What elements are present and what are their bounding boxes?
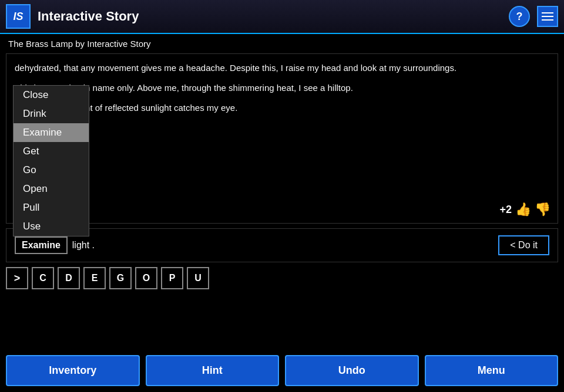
thumbs-up-icon[interactable]: 👍 [515,202,531,217]
app-logo: IS [6,4,31,29]
menu-item-open[interactable]: Open [14,180,89,198]
story-paragraph-2: This is an oasis - in name only. Above m… [15,81,549,95]
menu-item-examine[interactable]: Examine [14,123,89,142]
context-menu: CloseDrinkExamineGetGoOpenPullUse [13,85,89,236]
rating-bar: +2 👍 👎 [499,202,550,217]
story-paragraph-1: dehydrated, that any movement gives me a… [15,61,549,75]
app-title: Interactive Story [38,9,502,24]
letter-btn-o[interactable]: O [135,267,157,289]
menu-item-pull[interactable]: Pull [14,198,89,217]
rating-score: +2 [499,204,512,216]
do-it-button[interactable]: < Do it [498,235,549,255]
letter-btn-g[interactable]: G [109,267,132,289]
subtitle: The Brass Lamp by Interactive Story [0,34,564,53]
story-paragraph-3: On the hilltop a glint of reflected sunl… [15,101,549,115]
menu-line-2 [542,16,553,17]
app-header: IS Interactive Story ? [0,0,564,34]
letter-btn-u[interactable]: U [187,267,209,289]
command-verb: Examine [15,236,68,254]
letter-btn-e[interactable]: E [83,267,106,289]
command-object: light . [72,240,494,251]
undo-button[interactable]: Undo [285,355,419,386]
header-menu-button[interactable] [537,6,558,27]
arrow-button[interactable]: > [6,267,28,289]
inventory-button[interactable]: Inventory [6,355,140,386]
letter-btn-p[interactable]: P [161,267,183,289]
menu-line-1 [542,12,553,13]
hint-button[interactable]: Hint [146,355,280,386]
letter-bar: >CDEGOPU [6,267,558,289]
letter-btn-c[interactable]: C [32,267,54,289]
thumbs-down-icon[interactable]: 👎 [535,202,550,217]
menu-item-use[interactable]: Use [14,217,89,236]
menu-button[interactable]: Menu [425,355,559,386]
help-button[interactable]: ? [509,6,530,27]
menu-item-go[interactable]: Go [14,161,89,180]
menu-item-get[interactable]: Get [14,142,89,161]
menu-item-drink[interactable]: Drink [14,104,89,123]
letter-btn-d[interactable]: D [58,267,80,289]
action-bar: Inventory Hint Undo Menu [0,349,564,392]
menu-line-3 [542,19,553,21]
menu-item-close[interactable]: Close [14,86,89,104]
